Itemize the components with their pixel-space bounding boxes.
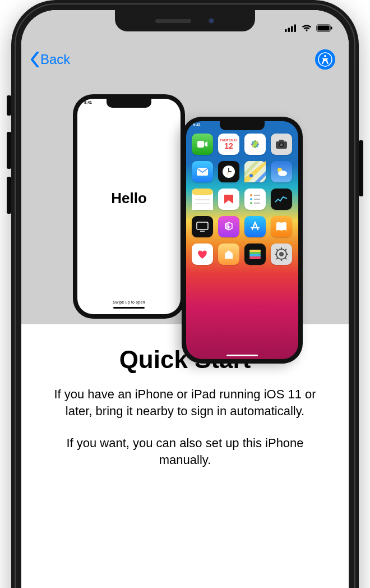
volume-up-button — [7, 132, 11, 169]
svg-point-21 — [280, 144, 283, 146]
device-frame: Back 9:41 Hello Swi — [11, 0, 359, 588]
description-para-1: If you have an iPhone or iPad running iO… — [47, 386, 323, 419]
reminders-icon — [244, 189, 266, 210]
wifi-icon — [301, 24, 312, 32]
illustration-phone-hello: 9:41 Hello Swipe up to open — [73, 94, 185, 319]
battery-icon — [316, 24, 333, 32]
screen: Back 9:41 Hello Swi — [21, 10, 349, 588]
wallet-icon — [244, 244, 266, 265]
chevron-left-icon — [30, 52, 39, 67]
mail-icon — [192, 161, 213, 182]
notes-icon — [192, 189, 213, 210]
svg-rect-31 — [192, 189, 213, 195]
mini-time: 9:41 — [193, 123, 201, 127]
swipe-up-label: Swipe up to open — [77, 300, 181, 309]
camera-icon — [271, 134, 292, 155]
weather-icon — [271, 161, 292, 182]
description-para-2: If you want, you can also set up this iP… — [47, 435, 323, 468]
svg-line-58 — [285, 249, 286, 251]
itunes-icon: ★ — [218, 216, 239, 237]
svg-rect-6 — [331, 27, 332, 30]
ibooks-icon — [271, 216, 292, 237]
svg-line-56 — [285, 258, 286, 259]
svg-line-57 — [276, 258, 278, 259]
mute-switch — [7, 95, 11, 116]
volume-down-button — [7, 177, 11, 214]
svg-rect-32 — [192, 195, 213, 210]
svg-point-37 — [250, 202, 252, 204]
accessibility-button[interactable] — [315, 49, 335, 70]
svg-point-35 — [250, 194, 252, 196]
photos-icon — [244, 134, 266, 155]
svg-point-36 — [250, 198, 252, 200]
svg-rect-48 — [249, 256, 261, 259]
svg-rect-3 — [294, 25, 297, 33]
stocks-icon — [271, 189, 292, 210]
svg-rect-5 — [318, 26, 330, 31]
svg-point-30 — [278, 171, 287, 176]
illustration: 9:41 Hello Swipe up to open 9:41 Thursda… — [62, 83, 308, 324]
hello-text: Hello — [111, 189, 147, 206]
tv-icon — [192, 216, 213, 237]
description: If you have an iPhone or iPad running iO… — [47, 386, 323, 468]
health-icon — [192, 244, 213, 265]
back-button[interactable]: Back — [30, 52, 70, 67]
svg-rect-41 — [197, 222, 208, 229]
svg-rect-0 — [285, 29, 287, 32]
svg-rect-19 — [279, 140, 284, 142]
svg-rect-22 — [197, 168, 208, 176]
hero-area: Back 9:41 Hello Swi — [21, 10, 349, 324]
back-label: Back — [40, 52, 70, 67]
news-icon — [218, 189, 239, 210]
mini-time: 9:41 — [84, 100, 92, 104]
accessibility-icon — [318, 52, 332, 67]
svg-rect-2 — [291, 26, 293, 33]
power-button — [359, 140, 363, 196]
svg-line-55 — [276, 249, 278, 251]
device-notch — [115, 10, 255, 31]
maps-icon — [244, 161, 266, 182]
svg-rect-9 — [197, 141, 204, 148]
svg-point-50 — [279, 252, 284, 256]
settings-icon — [271, 244, 292, 265]
svg-point-8 — [324, 55, 326, 57]
svg-point-28 — [249, 174, 253, 177]
illustration-phone-home: 9:41 Thursday12 — [182, 117, 303, 364]
facetime-icon — [192, 134, 213, 155]
appstore-icon — [244, 216, 266, 237]
home-icon — [218, 244, 239, 265]
svg-text:★: ★ — [227, 225, 231, 229]
clock-icon — [218, 161, 239, 182]
svg-rect-1 — [288, 28, 290, 33]
calendar-icon: Thursday12 — [218, 134, 239, 155]
home-icon-grid: Thursday12 ★ — [192, 134, 293, 265]
cellular-icon — [285, 24, 297, 32]
